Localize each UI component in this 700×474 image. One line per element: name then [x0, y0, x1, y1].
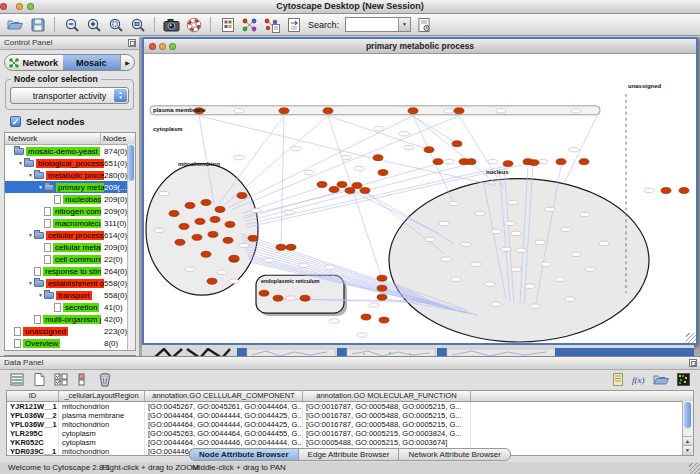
table-cell[interactable]: [GO:0044464, GO:0044444, GO:0044425, G..…: [145, 420, 303, 429]
tree-row-0[interactable]: mosaic-demo-yeast874(0): [5, 145, 135, 157]
enhanced-search-button[interactable]: [414, 15, 433, 34]
table-row-1[interactable]: YPL036W__2plasma membrane[GO:0044464, GO…: [7, 411, 693, 420]
select-nodes-checkbox[interactable]: ✓: [10, 116, 21, 127]
network-node[interactable]: [452, 141, 462, 147]
table-row-3[interactable]: YLR295Ccytoplasm[GO:0045263, GO:0044464,…: [7, 429, 693, 438]
tree-row-15[interactable]: unassigned223(0): [5, 325, 135, 337]
network-node[interactable]: [225, 221, 235, 227]
tab-mosaic[interactable]: Mosaic: [63, 55, 121, 70]
network-node[interactable]: [337, 182, 347, 188]
tree-row-11[interactable]: ▼establishment of lo558(0): [5, 277, 135, 289]
network-canvas[interactable]: plasma membrane cytoplasm mitochondrion …: [144, 54, 696, 343]
network-edge[interactable]: [328, 116, 429, 150]
tree-row-16[interactable]: Overview8(0): [5, 337, 135, 349]
network-node[interactable]: [373, 155, 383, 161]
attribute-grid-button[interactable]: [218, 15, 237, 34]
table-cell[interactable]: plasma membrane: [59, 411, 145, 420]
window-resize-grip[interactable]: [686, 333, 696, 343]
network-node[interactable]: [179, 223, 189, 229]
network-node[interactable]: [276, 244, 286, 250]
network-node[interactable]: [466, 159, 476, 165]
disclosure-triangle-icon[interactable]: ▼: [37, 292, 44, 298]
network-zoom-icon[interactable]: [169, 43, 176, 50]
table-cell[interactable]: [GO:0016787, GO:0005488, GO:0005215, G..…: [303, 411, 471, 420]
network-node[interactable]: [377, 285, 387, 291]
help-button[interactable]: [184, 15, 203, 34]
network-node[interactable]: [237, 193, 247, 199]
network-node[interactable]: [679, 188, 689, 194]
network-node[interactable]: [361, 314, 371, 320]
network-node[interactable]: [210, 216, 220, 222]
table-row-4[interactable]: YKR052Ccytoplasm[GO:0044464, GO:0044446,…: [7, 438, 693, 447]
network-node[interactable]: [529, 160, 539, 166]
network-node[interactable]: [377, 294, 387, 300]
tree-row-3[interactable]: ▼primary metabo209(...: [5, 181, 135, 193]
search-dropdown-icon[interactable]: ▼: [398, 18, 410, 31]
network-node[interactable]: [323, 108, 333, 114]
search-input[interactable]: [346, 18, 398, 31]
zoom-fit-button[interactable]: [128, 15, 147, 34]
network-node[interactable]: [201, 199, 211, 205]
tab-overflow-icon[interactable]: ▶: [120, 55, 134, 70]
network-node[interactable]: [169, 210, 179, 216]
disclosure-triangle-icon[interactable]: ▼: [37, 184, 44, 190]
zoom-in-button[interactable]: [84, 15, 103, 34]
tree-header-network[interactable]: Network: [5, 133, 101, 144]
table-scrollbar-thumb[interactable]: [684, 402, 691, 428]
network-minimize-icon[interactable]: [159, 43, 166, 50]
network-node[interactable]: [379, 317, 389, 323]
network-node[interactable]: [503, 161, 513, 167]
network-node[interactable]: [408, 108, 418, 114]
network-node[interactable]: [273, 295, 283, 301]
tree-row-12[interactable]: ▼transport558(0): [5, 289, 135, 301]
tree-row-9[interactable]: cell communicat22(0): [5, 253, 135, 265]
zoom-out-button[interactable]: [62, 15, 81, 34]
disclosure-triangle-icon[interactable]: ▼: [27, 232, 34, 238]
network-node[interactable]: [329, 187, 339, 193]
network-node[interactable]: [215, 206, 225, 212]
table-cell[interactable]: YLR295C: [7, 429, 59, 438]
float-panel-icon[interactable]: [689, 359, 697, 367]
network-node[interactable]: [195, 218, 205, 224]
network-node[interactable]: [300, 295, 310, 301]
network-node[interactable]: [192, 234, 202, 240]
network-node[interactable]: [259, 290, 269, 296]
tree-row-13[interactable]: secretion41(0): [5, 301, 135, 313]
column-header-region[interactable]: _cellularLayoutRegion: [59, 391, 145, 401]
network-import-button[interactable]: [262, 15, 281, 34]
tree-row-14[interactable]: multi-organism pro42(0): [5, 313, 135, 325]
import-attributes-button[interactable]: [652, 370, 671, 389]
vizmap-button[interactable]: [284, 15, 303, 34]
network-edge[interactable]: [224, 116, 328, 206]
node-color-combobox[interactable]: transporter activity ▲ ▼: [10, 87, 129, 104]
table-row-0[interactable]: YJR121W__1mitochondrion[GO:0045267, GO:0…: [7, 402, 693, 411]
tree-scrollbar[interactable]: [127, 144, 135, 350]
tree-row-10[interactable]: response to stimulu264(0): [5, 265, 135, 277]
save-session-button[interactable]: [28, 15, 47, 34]
zoom-window-icon[interactable]: [27, 3, 34, 10]
table-cell[interactable]: [GO:0045267, GO:0045261, GO:0044464, G..…: [145, 402, 303, 411]
column-header-id[interactable]: ID: [7, 391, 59, 401]
table-cell[interactable]: YKR052C: [7, 438, 59, 447]
tab-node-attribute-browser[interactable]: Node Attribute Browser: [189, 448, 299, 461]
table-cell[interactable]: [GO:0016787, GO:0005488, GO:0005215, G..…: [303, 420, 471, 429]
network-close-icon[interactable]: [149, 43, 156, 50]
combobox-stepper-icon[interactable]: ▲ ▼: [114, 89, 127, 102]
network-node[interactable]: [208, 231, 218, 237]
table-row-2[interactable]: YPL036W__1mitochondrion[GO:0044464, GO:0…: [7, 420, 693, 429]
disclosure-triangle-icon[interactable]: ▼: [17, 160, 24, 166]
table-cell[interactable]: cytoplasm: [59, 438, 145, 447]
network-node[interactable]: [352, 183, 362, 189]
tree-row-5[interactable]: nitrogen compo209(0): [5, 205, 135, 217]
app-resize-grip[interactable]: [689, 463, 700, 474]
table-cell[interactable]: [GO:0005488, GO:0005215, GO:0003674]: [303, 438, 471, 447]
function-builder-button[interactable]: f(x): [630, 370, 649, 389]
table-cell[interactable]: mitochondrion: [59, 402, 145, 411]
zoom-selected-button[interactable]: [106, 15, 125, 34]
disclosure-triangle-icon[interactable]: ▼: [27, 172, 34, 178]
table-cell[interactable]: cytoplasm: [59, 429, 145, 438]
tree-row-4[interactable]: nucleobase-209(0): [5, 193, 135, 205]
network-node[interactable]: [454, 108, 464, 114]
table-cell[interactable]: [GO:0045263, GO:0044464, GO:0044455, G..…: [145, 429, 303, 438]
tree-row-7[interactable]: ▼cellular process614(0): [5, 229, 135, 241]
